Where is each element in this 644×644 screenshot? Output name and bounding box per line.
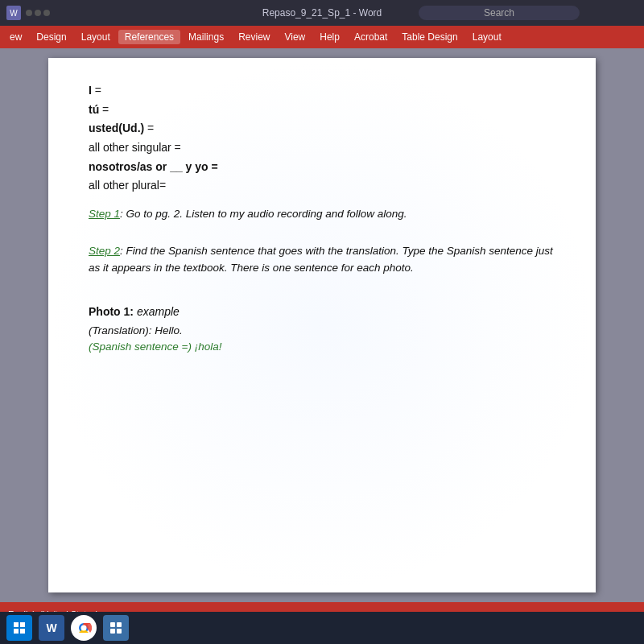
svg-rect-1 bbox=[20, 622, 25, 627]
tab-help[interactable]: Help bbox=[313, 30, 346, 44]
window-title: Repaso_9_21_Sp_1 - Word bbox=[262, 7, 382, 19]
tab-design[interactable]: Design bbox=[30, 30, 72, 44]
photo1-spanish: (Spanish sentence =) ¡hola! bbox=[89, 339, 555, 355]
maximize-dot bbox=[35, 10, 41, 16]
document-page[interactable]: I = tú = usted(Ud.) = all other singular… bbox=[48, 58, 596, 592]
tab-layout[interactable]: Layout bbox=[75, 30, 117, 44]
apps-icon bbox=[109, 621, 122, 634]
start-button[interactable] bbox=[6, 615, 32, 641]
step2-label: Step 2 bbox=[89, 245, 120, 257]
line-nosotros: nosotros/as or __ y yo = bbox=[89, 159, 555, 176]
close-dot bbox=[43, 10, 50, 16]
tab-ew[interactable]: ew bbox=[3, 30, 28, 44]
tab-mailings[interactable]: Mailings bbox=[182, 30, 230, 44]
chrome-taskbar-button[interactable] bbox=[71, 615, 97, 641]
minimize-dot bbox=[26, 10, 32, 16]
tab-view[interactable]: View bbox=[278, 30, 312, 44]
title-bar: W Repaso_9_21_Sp_1 - Word Search bbox=[0, 0, 644, 26]
tab-review[interactable]: Review bbox=[232, 30, 276, 44]
chrome-icon bbox=[76, 620, 92, 636]
svg-rect-3 bbox=[20, 629, 25, 634]
windows-icon bbox=[13, 621, 26, 634]
line-i: I = bbox=[89, 82, 555, 100]
tab-references[interactable]: References bbox=[118, 30, 180, 44]
svg-rect-0 bbox=[14, 622, 19, 627]
step2-desc: : Find the Spanish sentence that goes wi… bbox=[89, 245, 553, 273]
search-placeholder: Search bbox=[484, 7, 514, 19]
ribbon-tabs: ew Design Layout References Mailings Rev… bbox=[0, 26, 644, 48]
photo1-translation: (Translation): Hello. bbox=[89, 323, 555, 339]
title-bar-left: W bbox=[6, 6, 50, 20]
word-taskbar-button[interactable]: W bbox=[39, 615, 64, 641]
photo1-block: Photo 1: example (Translation): Hello. (… bbox=[89, 303, 555, 355]
step1-label: Step 1 bbox=[89, 208, 120, 220]
svg-rect-9 bbox=[110, 629, 115, 634]
word-icon: W bbox=[46, 621, 56, 634]
step1-block: Step 1: Go to pg. 2. Listen to my audio … bbox=[89, 206, 555, 222]
photo1-label: Photo 1: example bbox=[89, 303, 555, 321]
document-area: I = tú = usted(Ud.) = all other singular… bbox=[0, 48, 644, 602]
svg-point-6 bbox=[81, 625, 87, 631]
svg-rect-2 bbox=[14, 629, 19, 634]
line-all-singular: all other singular = bbox=[89, 139, 555, 157]
svg-rect-7 bbox=[110, 622, 115, 627]
step1-text: Step 1: Go to pg. 2. Listen to my audio … bbox=[89, 206, 555, 222]
tab-layout2[interactable]: Layout bbox=[466, 30, 508, 44]
search-bar[interactable]: Search bbox=[419, 6, 580, 20]
line-usted: usted(Ud.) = bbox=[89, 120, 555, 138]
line-all-plural: all other plural= bbox=[89, 177, 555, 195]
svg-rect-10 bbox=[117, 629, 122, 634]
window-controls bbox=[26, 10, 50, 16]
step2-block: Step 2: Find the Spanish sentence that g… bbox=[89, 243, 555, 276]
windows-taskbar: W bbox=[0, 612, 644, 644]
tab-table-design[interactable]: Table Design bbox=[395, 30, 464, 44]
apps-taskbar-button[interactable] bbox=[103, 615, 129, 641]
step2-text: Step 2: Find the Spanish sentence that g… bbox=[89, 243, 555, 276]
line-tu: tú = bbox=[89, 101, 555, 119]
svg-rect-8 bbox=[117, 622, 122, 627]
tab-acrobat[interactable]: Acrobat bbox=[348, 30, 394, 44]
app-icon: W bbox=[6, 6, 21, 20]
step1-desc: : Go to pg. 2. Listen to my audio record… bbox=[120, 208, 407, 220]
